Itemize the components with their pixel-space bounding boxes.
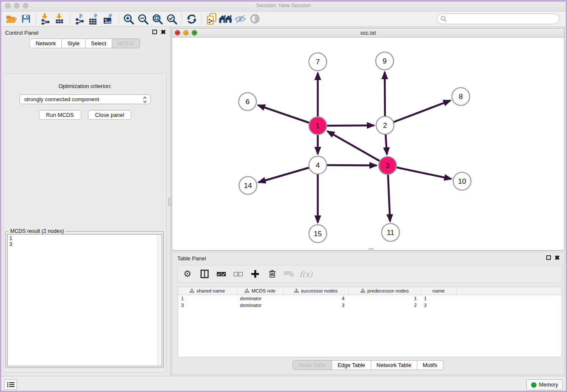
status-bar: Memory: [0, 376, 567, 392]
show-column-icon[interactable]: [199, 268, 210, 279]
zoom-in-icon[interactable]: [121, 13, 136, 25]
run-mcds-button[interactable]: Run MCDS: [39, 110, 81, 120]
memory-button[interactable]: Memory: [526, 379, 563, 390]
main-toolbar: [0, 11, 567, 27]
mcds-result-group: MCDS result (2 nodes) 1 3: [6, 231, 164, 368]
svg-text:9: 9: [383, 57, 386, 65]
open-session-icon[interactable]: [4, 13, 19, 25]
mcds-result-text[interactable]: 1 3: [7, 234, 162, 366]
cell-shared-name: 3: [178, 302, 237, 309]
home-layout-icon[interactable]: [219, 13, 233, 25]
svg-text:8: 8: [459, 93, 462, 101]
export-network-icon[interactable]: [73, 13, 87, 25]
delete-column-icon[interactable]: [267, 268, 278, 279]
table-tab-node-table[interactable]: Node Table: [292, 360, 332, 370]
node-table: shared nameMCDS rolesuccessor nodesprede…: [178, 287, 562, 357]
table-tab-edge-table[interactable]: Edge Table: [332, 360, 371, 370]
node-10[interactable]: 10: [453, 172, 471, 190]
task-history-button[interactable]: [4, 379, 17, 390]
node-4[interactable]: 4: [309, 156, 327, 174]
tab-network[interactable]: Network: [30, 39, 62, 48]
export-image-icon[interactable]: [102, 13, 116, 25]
memory-status-icon: [531, 382, 537, 388]
import-network-icon[interactable]: [39, 13, 53, 25]
search-icon: [440, 16, 447, 24]
column-header-name[interactable]: name: [421, 287, 457, 295]
canvas-scroll-handle[interactable]: [368, 248, 374, 250]
import-table-icon[interactable]: [53, 13, 67, 25]
delete-table-icon[interactable]: [284, 268, 295, 279]
settings-gear-icon[interactable]: ⚙: [182, 268, 193, 279]
node-1[interactable]: 1: [309, 117, 327, 135]
close-panel-button[interactable]: Close panel: [88, 110, 132, 120]
column-header-shared-name[interactable]: shared name: [178, 287, 237, 295]
edge-3-1[interactable]: [328, 131, 388, 166]
tab-select[interactable]: Select: [85, 39, 112, 48]
node-7[interactable]: 7: [309, 53, 327, 71]
export-table-icon[interactable]: [87, 13, 102, 25]
select-all-checks-icon[interactable]: [216, 268, 227, 279]
clone-network-icon[interactable]: [204, 13, 219, 25]
svg-text:14: 14: [244, 182, 252, 190]
edge-3-10[interactable]: [388, 166, 451, 179]
zoom-fit-icon[interactable]: [150, 13, 165, 25]
tab-mcds[interactable]: MCDS: [112, 39, 140, 48]
svg-text:15: 15: [314, 230, 322, 238]
edge-1-6[interactable]: [258, 105, 318, 126]
table-panel-float-icon[interactable]: [546, 255, 551, 260]
cell-successor-nodes: 3: [284, 302, 349, 309]
node-6[interactable]: 6: [239, 93, 256, 110]
app-window: Session: New Session: [0, 0, 567, 392]
refresh-icon[interactable]: [184, 13, 199, 25]
column-header-MCDS-role[interactable]: MCDS role: [237, 287, 284, 295]
function-builder-icon[interactable]: f(x): [300, 268, 311, 279]
node-14[interactable]: 14: [239, 177, 257, 194]
optimization-dropdown[interactable]: strongly connected component: [19, 94, 151, 104]
table-toolbar: ⚙ f(x): [177, 265, 562, 283]
splitter-handle[interactable]: [168, 198, 172, 206]
result-scrollbar[interactable]: [157, 235, 162, 366]
node-11[interactable]: 11: [382, 224, 399, 241]
network-window-titlebar: × − + scc.txt: [172, 28, 564, 38]
deselect-all-checks-icon[interactable]: [233, 268, 244, 279]
edge-2-8[interactable]: [385, 100, 451, 125]
save-session-icon[interactable]: [19, 13, 33, 25]
table-tab-network-table[interactable]: Network Table: [371, 360, 417, 370]
network-window-title: scc.txt: [172, 30, 564, 36]
zoom-selected-icon[interactable]: [165, 13, 179, 25]
window-title: Session: New Session: [0, 2, 567, 8]
optimization-dropdown-value: strongly connected component: [24, 96, 99, 102]
birds-eye-view-icon[interactable]: [248, 13, 262, 25]
node-8[interactable]: 8: [452, 88, 470, 105]
column-header-successor-nodes[interactable]: successor nodes: [284, 287, 349, 295]
table-panel: Table Panel ✖ ⚙: [172, 252, 564, 375]
svg-text:6: 6: [245, 98, 249, 106]
svg-text:2: 2: [383, 121, 387, 130]
network-canvas[interactable]: 1234678910111415: [172, 38, 564, 250]
node-3[interactable]: 3: [379, 157, 396, 174]
memory-label: Memory: [539, 382, 558, 388]
search-field: [437, 14, 559, 24]
control-panel-close-icon[interactable]: ✖: [160, 29, 166, 35]
table-tab-motifs[interactable]: Motifs: [417, 360, 443, 370]
add-column-icon[interactable]: [250, 268, 261, 279]
table-row[interactable]: 3dominator323: [178, 302, 561, 309]
control-panel-tabs: NetworkStyleSelectMCDS: [0, 39, 170, 48]
column-header-predecessor-nodes[interactable]: predecessor nodes: [349, 287, 421, 295]
zoom-out-icon[interactable]: [136, 13, 150, 25]
tab-style[interactable]: Style: [61, 39, 85, 48]
node-9[interactable]: 9: [376, 52, 394, 70]
cell-MCDS-role: dominator: [237, 295, 284, 302]
search-input[interactable]: [437, 14, 559, 24]
table-row[interactable]: 1dominator411: [178, 295, 561, 302]
hide-graphics-details-icon[interactable]: [233, 13, 248, 25]
node-2[interactable]: 2: [376, 116, 394, 134]
cell-predecessor-nodes: 2: [349, 302, 421, 309]
svg-text:4: 4: [316, 161, 319, 169]
control-panel-float-icon[interactable]: [152, 30, 157, 34]
cell-successor-nodes: 4: [284, 295, 349, 302]
mcds-result-title: MCDS result (2 nodes): [8, 228, 66, 234]
node-15[interactable]: 15: [309, 225, 327, 243]
table-panel-close-icon[interactable]: ✖: [554, 255, 560, 260]
svg-text:1: 1: [316, 122, 319, 130]
